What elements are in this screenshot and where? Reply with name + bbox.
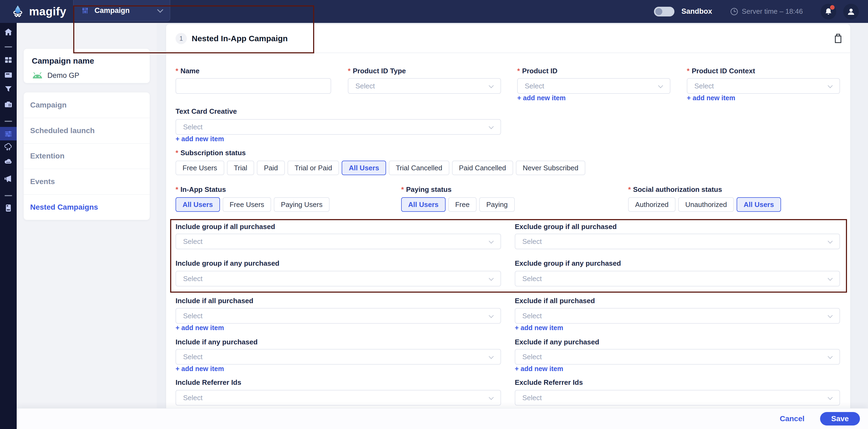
account-button[interactable]: [843, 4, 859, 20]
option-all-users[interactable]: All Users: [401, 197, 445, 212]
home-icon: [4, 27, 13, 37]
card-header: 1 Nested In-App Campaign: [166, 24, 850, 53]
panel-nav-campaign[interactable]: Campaign: [24, 92, 150, 118]
footer-bar: Cancel Save: [17, 408, 868, 429]
include-any-add-link[interactable]: + add new item: [176, 365, 224, 373]
sandbox-toggle[interactable]: [654, 7, 675, 17]
sidebar-item-products[interactable]: [0, 97, 17, 112]
chevron-down-icon: [828, 83, 833, 88]
topbar-right: Sandbox Server time – 18:46: [654, 0, 859, 23]
briefcase-icon: [4, 100, 13, 109]
option-free-users[interactable]: Free Users: [223, 197, 271, 212]
name-input[interactable]: [176, 78, 331, 94]
product-id-context-add-link[interactable]: + add new item: [687, 94, 735, 102]
option-paying[interactable]: Paying: [479, 197, 515, 212]
android-icon: [32, 72, 43, 80]
exclude-group-all-select[interactable]: Select: [515, 234, 840, 249]
paying-status-group: All Users Free Paying: [401, 197, 515, 212]
sidebar-item-dashboard[interactable]: [0, 53, 17, 67]
product-id-select[interactable]: Select: [517, 78, 671, 94]
campaign-name-row: Demo GP: [32, 72, 142, 80]
include-referrer-label: Include Referrer Ids: [176, 377, 241, 387]
product-id-type-label: *Product ID Type: [348, 66, 406, 76]
option-never-subscribed[interactable]: Never Subscribed: [516, 161, 586, 175]
option-trial-or-paid[interactable]: Trial or Paid: [287, 161, 339, 175]
exclude-referrer-select[interactable]: Select: [515, 390, 840, 405]
chevron-down-icon: [489, 239, 494, 244]
product-id-type-select[interactable]: Select: [348, 78, 501, 94]
option-trial[interactable]: Trial: [227, 161, 254, 175]
in-app-status-label: *In-App Status: [176, 184, 226, 194]
panel-nav-scheduled-launch[interactable]: Scheduled launch: [24, 118, 150, 144]
save-button[interactable]: Save: [820, 412, 860, 426]
include-group-any-select[interactable]: Select: [176, 271, 501, 286]
panel-nav-events[interactable]: Events: [24, 169, 150, 195]
exclude-all-select[interactable]: Select: [515, 308, 840, 324]
app-section-select[interactable]: Campaign: [73, 0, 170, 21]
exclude-any-select[interactable]: Select: [515, 349, 840, 365]
sidebar-item-cards[interactable]: [0, 68, 17, 82]
delete-button[interactable]: [834, 33, 843, 44]
option-authorized[interactable]: Authorized: [628, 197, 676, 212]
sidebar-divider: [5, 121, 12, 122]
include-all-label: Include if all purchased: [176, 296, 253, 306]
include-all-select[interactable]: Select: [176, 308, 501, 324]
chevron-down-icon: [489, 276, 494, 281]
include-group-all-select[interactable]: Select: [176, 234, 501, 249]
cancel-button[interactable]: Cancel: [780, 414, 804, 423]
logo[interactable]: magify: [10, 3, 66, 21]
text-card-creative-add-link[interactable]: + add new item: [176, 135, 224, 143]
sidebar-item-home[interactable]: [0, 25, 17, 39]
exclude-all-add-link[interactable]: + add new item: [515, 324, 563, 332]
option-paying-users[interactable]: Paying Users: [274, 197, 330, 212]
page: magify Campaign Sandbox Server time – 18…: [0, 0, 868, 429]
step-badge: 1: [176, 33, 187, 44]
notifications-button[interactable]: [820, 4, 836, 20]
app-select-label: Campaign: [94, 6, 130, 15]
option-free[interactable]: Free: [448, 197, 476, 212]
product-id-context-select[interactable]: Select: [687, 78, 840, 94]
sidebar-item-docs[interactable]: [0, 201, 17, 215]
dashboard-grid-icon: [4, 56, 13, 65]
option-paid-cancelled[interactable]: Paid Cancelled: [452, 161, 513, 175]
option-all-users[interactable]: All Users: [176, 197, 220, 212]
subscription-status-label: *Subscription status: [176, 148, 246, 158]
text-card-creative-label: Text Card Creative: [176, 107, 237, 116]
sidebar-item-announcements[interactable]: [0, 172, 17, 186]
card-icon: [4, 70, 13, 80]
include-all-add-link[interactable]: + add new item: [176, 324, 224, 332]
exclude-any-add-link[interactable]: + add new item: [515, 365, 563, 373]
chevron-down-icon: [489, 395, 494, 400]
text-card-creative-select[interactable]: Select: [176, 119, 501, 135]
chevron-down-icon: [489, 83, 494, 88]
panel-nav-nested-campaigns[interactable]: Nested Campaigns: [24, 195, 150, 220]
clock-icon: [730, 7, 739, 16]
panel-nav-extention[interactable]: Extention: [24, 144, 150, 169]
include-referrer-select[interactable]: Select: [176, 390, 501, 405]
notification-badge: [830, 5, 835, 10]
option-paid[interactable]: Paid: [257, 161, 285, 175]
option-all-users[interactable]: All Users: [737, 197, 781, 212]
sidebar-item-cloud-sync[interactable]: [0, 140, 17, 154]
product-id-add-link[interactable]: + add new item: [517, 94, 566, 102]
sidebar-item-cloud[interactable]: [0, 155, 17, 169]
trash-icon: [834, 33, 843, 44]
exclude-all-label: Exclude if all purchased: [515, 296, 595, 306]
server-time: Server time – 18:46: [730, 7, 803, 16]
sliders-icon: [4, 129, 13, 138]
sidebar-item-funnel[interactable]: [0, 82, 17, 96]
sidebar: [0, 23, 17, 429]
option-unauthorized[interactable]: Unauthorized: [678, 197, 734, 212]
option-all-users[interactable]: All Users: [342, 161, 386, 175]
chevron-down-icon: [828, 276, 833, 281]
megaphone-icon: [4, 174, 13, 183]
exclude-group-any-select[interactable]: Select: [515, 271, 840, 286]
sidebar-item-campaigns[interactable]: [0, 127, 17, 140]
include-any-select[interactable]: Select: [176, 349, 501, 365]
campaign-name-title: Campaign name: [32, 56, 142, 65]
subscription-status-group: Free Users Trial Paid Trial or Paid All …: [176, 161, 585, 175]
name-label: *Name: [176, 66, 199, 76]
paying-status-label: *Paying status: [401, 184, 452, 194]
option-free-users[interactable]: Free Users: [176, 161, 224, 175]
option-trial-cancelled[interactable]: Trial Cancelled: [389, 161, 449, 175]
